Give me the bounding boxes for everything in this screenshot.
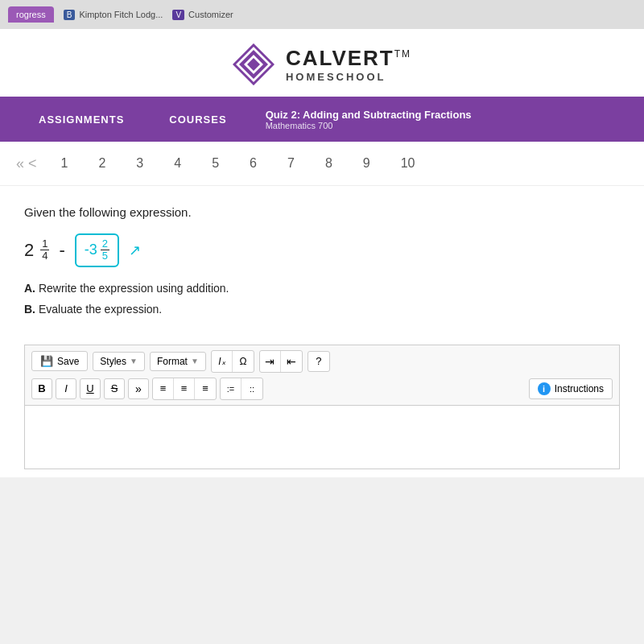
math-expression: 2 1 4 - -3 2 5 ↗	[24, 233, 620, 267]
unordered-list-button[interactable]: ::	[242, 378, 262, 399]
list-group: := ::	[220, 378, 263, 400]
help-button[interactable]: ?	[308, 351, 330, 372]
logo-text: CALVERTTM HOMESCHOOL	[286, 46, 411, 83]
blockquote-button[interactable]: »	[128, 378, 149, 399]
quiz-title: Quiz 2: Adding and Subtracting Fractions	[266, 109, 472, 121]
align-group: ≡ ≡ ≡	[152, 378, 217, 400]
italic-button[interactable]: I	[56, 378, 76, 399]
sub-question-b: B. Evaluate the expression.	[24, 303, 620, 316]
omega-button[interactable]: Ω	[233, 351, 254, 372]
page-3[interactable]: 3	[130, 153, 150, 174]
calvert-logo-icon	[233, 43, 275, 85]
nav-bar: ASSIGNMENTS COURSES Quiz 2: Adding and S…	[0, 97, 644, 142]
save-button[interactable]: 💾 Save	[31, 351, 88, 371]
question-area: Given the following expression. 2 1 4 - …	[0, 186, 644, 336]
page-5[interactable]: 5	[205, 153, 225, 174]
paren-group: -3 2 5	[75, 233, 119, 267]
logo-name: CALVERTTM	[286, 46, 411, 71]
styles-dropdown[interactable]: Styles ▼	[93, 352, 145, 371]
whole-number-2: 2	[24, 240, 34, 261]
pagination-back-arrows[interactable]: « <	[16, 155, 37, 172]
tab-customizer[interactable]: V Customizer	[172, 10, 233, 19]
ordered-list-button[interactable]: :=	[221, 378, 242, 399]
underline-button[interactable]: U	[80, 378, 101, 399]
floppy-icon: 💾	[40, 355, 53, 367]
fraction-1-4: 1 4	[40, 238, 49, 262]
subscript-button[interactable]: Iₓ	[212, 351, 233, 372]
editor-body[interactable]	[24, 405, 620, 469]
minus-sign: -	[59, 240, 64, 261]
format-dropdown[interactable]: Format ▼	[150, 352, 206, 371]
question-intro: Given the following expression.	[24, 205, 620, 219]
page-10[interactable]: 10	[394, 153, 422, 174]
browser-bar: rogress B Kimpton Fitch Lodg... V Custom…	[0, 0, 644, 29]
fraction-2-5: 2 5	[101, 238, 109, 262]
negative-3: -3	[85, 242, 97, 258]
math-toolbar-group: Iₓ Ω	[211, 350, 254, 373]
page-8[interactable]: 8	[319, 153, 339, 174]
indent-in-button[interactable]: ⇥	[260, 351, 281, 372]
quiz-sub: Mathematics 700	[266, 121, 472, 130]
toolbar-row1: 💾 Save Styles ▼ Format ▼ Iₓ Ω ⇥	[31, 350, 613, 373]
bold-button[interactable]: B	[31, 378, 52, 399]
info-icon: i	[538, 382, 551, 395]
editor-toolbar: 💾 Save Styles ▼ Format ▼ Iₓ Ω ⇥	[24, 345, 620, 405]
tab-kimpton[interactable]: B Kimpton Fitch Lodg...	[64, 10, 163, 19]
align-left-button[interactable]: ≡	[153, 378, 174, 399]
indent-toolbar-group: ⇥ ⇤	[259, 350, 303, 373]
nav-courses[interactable]: COURSES	[147, 97, 249, 142]
styles-arrow-icon: ▼	[130, 357, 138, 365]
cursor-icon: ↗	[129, 242, 141, 259]
instructions-button[interactable]: i Instructions	[529, 378, 613, 399]
page-1[interactable]: 1	[55, 153, 75, 174]
toolbar-row2: B I U S » ≡ ≡ ≡ := ::	[31, 378, 613, 400]
nav-quiz: Quiz 2: Adding and Subtracting Fractions…	[250, 97, 488, 142]
page-6[interactable]: 6	[243, 153, 263, 174]
editor-container: 💾 Save Styles ▼ Format ▼ Iₓ Ω ⇥	[0, 336, 644, 477]
logo-sub: HOMESCHOOL	[286, 71, 411, 83]
sub-question-a: A. Rewrite the expression using addition…	[24, 282, 620, 295]
indent-out-button[interactable]: ⇤	[281, 351, 302, 372]
strikethrough-button[interactable]: S	[104, 378, 125, 399]
page-9[interactable]: 9	[357, 153, 377, 174]
nav-assignments[interactable]: ASSIGNMENTS	[16, 97, 147, 142]
align-center-button[interactable]: ≡	[174, 378, 195, 399]
page-4[interactable]: 4	[167, 153, 188, 174]
page-2[interactable]: 2	[92, 153, 112, 174]
format-arrow-icon: ▼	[191, 357, 199, 365]
logo-area: CALVERTTM HOMESCHOOL	[0, 29, 644, 97]
tab-progress[interactable]: rogress	[8, 6, 54, 23]
pagination: « < 1 2 3 4 5 6 7 8 9 10	[0, 142, 644, 186]
align-right-button[interactable]: ≡	[195, 378, 216, 399]
page-7[interactable]: 7	[281, 153, 301, 174]
